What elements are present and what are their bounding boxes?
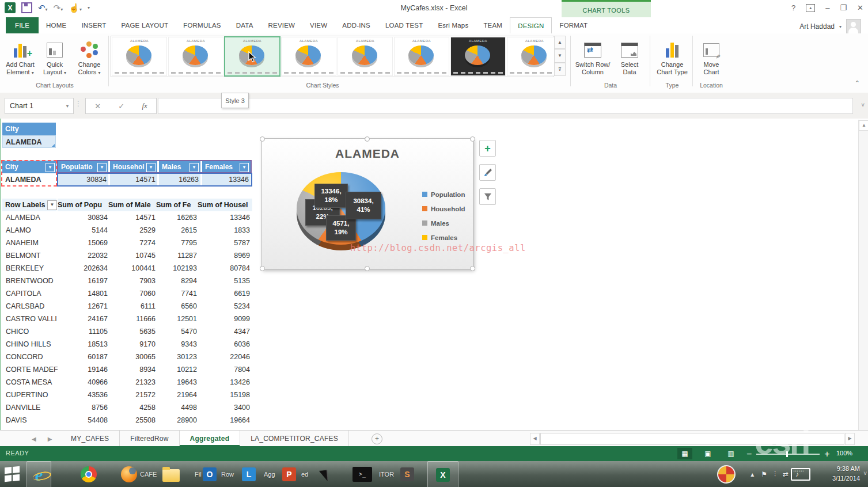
pivot-cell-value[interactable]: 28900 <box>156 414 197 427</box>
change-colors-button[interactable]: Change Colors ▾ <box>73 37 106 89</box>
data-label-females[interactable]: 13346,18% <box>314 184 348 208</box>
pivot-cell-value[interactable]: 15069 <box>58 237 108 249</box>
tab-data[interactable]: DATA <box>229 17 261 33</box>
tab-load-test[interactable]: LOAD TEST <box>378 17 431 33</box>
zoom-slider[interactable] <box>756 454 820 455</box>
pivot-cell-city[interactable]: ALAMEDA <box>1 211 58 224</box>
pivot-row-brentwood[interactable]: BRENTWOOD16197790382945135 <box>1 275 255 287</box>
chart-title[interactable]: ALAMEDA <box>262 147 473 161</box>
pivot-cell-value[interactable]: 202634 <box>58 262 108 275</box>
pivot-cell-value[interactable]: 10745 <box>108 249 156 262</box>
pivot-cell-value[interactable]: 100441 <box>108 262 156 275</box>
pivot-cell-value[interactable]: 4498 <box>156 401 197 414</box>
pivot-cell-value[interactable]: 14571 <box>108 211 156 224</box>
tab-team[interactable]: TEAM <box>476 17 510 33</box>
chart-styles-button[interactable] <box>479 164 496 181</box>
pivot-cell-value[interactable]: 7795 <box>156 237 197 249</box>
pivot-cell-city[interactable]: DANVILLE <box>1 401 58 414</box>
filter-dropdown-icon[interactable]: ▼ <box>46 163 55 172</box>
table-cell-females[interactable]: 13346 <box>202 173 251 186</box>
taskbar-excel-icon[interactable]: X <box>427 461 458 487</box>
pivot-cell-value[interactable]: 4347 <box>197 325 250 338</box>
mixer-icon[interactable]: ⫶ <box>774 470 776 478</box>
pivot-cell-value[interactable]: 24167 <box>58 313 108 325</box>
pivot-row-capitola[interactable]: CAPITOLA14801706077416619 <box>1 287 255 300</box>
pivot-cell-value[interactable]: 16197 <box>58 275 108 287</box>
table-header-males[interactable]: Males▼ <box>159 161 200 173</box>
zoom-thumb[interactable] <box>786 451 788 457</box>
up-arrow-icon[interactable]: ▴ <box>751 470 754 478</box>
zoom-out-icon[interactable]: − <box>746 449 752 459</box>
help-button[interactable]: ? <box>791 3 795 12</box>
resize-handle[interactable] <box>260 136 265 142</box>
table-cell-males[interactable]: 16263 <box>159 173 200 186</box>
pivot-cell-value[interactable]: 40966 <box>58 376 108 389</box>
pivot-cell-value[interactable]: 30834 <box>58 211 108 224</box>
taskbar-ie-icon[interactable]: e <box>26 461 51 487</box>
pivot-cell-value[interactable]: 22046 <box>197 351 250 363</box>
pivot-row-chico[interactable]: CHICO11105563554704347 <box>1 325 255 338</box>
sheet-nav-left-icon[interactable]: ◀ <box>32 436 36 442</box>
chart-style-5[interactable]: ALAMEDA <box>338 37 393 76</box>
zoom-percentage[interactable]: 100% <box>836 450 852 456</box>
enter-icon[interactable]: ✓ <box>118 102 124 111</box>
table-header-females[interactable]: Females▼ <box>202 161 251 173</box>
show-desktop-icon[interactable]: ˅ <box>863 470 867 477</box>
pivot-cell-value[interactable]: 1833 <box>197 224 250 237</box>
pivot-cell-city[interactable]: BERKELEY <box>1 262 58 275</box>
pivot-cell-value[interactable]: 30065 <box>108 351 156 363</box>
change-chart-type-button[interactable]: ChangeChart Type <box>653 37 691 89</box>
normal-view-button[interactable]: ▦ <box>677 448 692 459</box>
cancel-icon[interactable]: ✕ <box>94 102 101 111</box>
pivot-cell-value[interactable]: 3400 <box>197 401 250 414</box>
tab-add-ins[interactable]: ADD-INS <box>335 17 378 33</box>
filter-dropdown-icon[interactable]: ▼ <box>189 163 199 172</box>
network-icon[interactable]: ⇄ <box>783 470 789 478</box>
pivot-row-concord[interactable]: CONCORD60187300653012322046 <box>1 351 255 363</box>
quick-layout-button[interactable]: Quick Layout ▾ <box>38 37 71 89</box>
pivot-cell-value[interactable]: 9099 <box>197 313 250 325</box>
pivot-cell-city[interactable]: ANAHEIM <box>1 237 58 249</box>
taskbar-chrome-icon[interactable] <box>81 461 97 487</box>
pivot-cell-city[interactable]: CORTE MADEF <box>1 363 58 376</box>
sheet-tab-la_competitor_cafes[interactable]: LA_COMPETITOR_CAFES <box>240 431 349 447</box>
pivot-cell-city[interactable]: DAVIS <box>1 414 58 427</box>
tab-file[interactable]: FILE <box>6 17 39 33</box>
table-cell-household[interactable]: 14571 <box>110 173 157 186</box>
tab-esri-maps[interactable]: Esri Maps <box>430 17 476 33</box>
tab-design[interactable]: DESIGN <box>510 17 552 33</box>
pivot-row-davis[interactable]: DAVIS54408255082890019664 <box>1 414 255 427</box>
pivot-cell-value[interactable]: 18513 <box>58 338 108 351</box>
pivot-cell-city[interactable]: CHINO HILLS <box>1 338 58 351</box>
pivot-row-castro-valli[interactable]: CASTRO VALLI2416711666125019099 <box>1 313 255 325</box>
pivot-cell-value[interactable]: 14801 <box>58 287 108 300</box>
pivot-cell-value[interactable]: 21323 <box>108 376 156 389</box>
tab-formulas[interactable]: FORMULAS <box>176 17 229 33</box>
scroll-left-icon[interactable]: ◀ <box>530 433 540 445</box>
pivot-header-household[interactable]: Sum of Housel <box>198 199 252 211</box>
pivot-cell-value[interactable]: 6036 <box>197 338 250 351</box>
table-header-household[interactable]: Househol▼ <box>110 161 157 173</box>
account-area[interactable]: Art Haddad ▾ <box>799 19 861 34</box>
pivot-cell-value[interactable]: 5135 <box>197 275 250 287</box>
table-cell-population[interactable]: 30834 <box>58 173 108 186</box>
pivot-row-danville[interactable]: DANVILLE8756425844983400 <box>1 401 255 414</box>
maximize-button[interactable]: ❐ <box>840 3 847 12</box>
resize-handle[interactable] <box>470 266 475 271</box>
tab-home[interactable]: HOME <box>39 17 74 33</box>
pivot-cell-city[interactable]: COSTA MESA <box>1 376 58 389</box>
resize-handle[interactable] <box>365 136 370 142</box>
tab-review[interactable]: REVIEW <box>261 17 303 33</box>
collapse-ribbon-button[interactable]: ⌃ <box>855 79 860 87</box>
page-break-view-button[interactable]: ▥ <box>723 448 738 459</box>
table-cell-city[interactable]: ALAMEDA <box>2 173 56 186</box>
sheet-tab-filteredrow[interactable]: FilteredRow <box>120 431 179 447</box>
pivot-cell-value[interactable]: 10212 <box>156 363 197 376</box>
sheet-tab-my_cafes[interactable]: MY_CAFES <box>60 431 120 447</box>
pivot-cell-value[interactable]: 30123 <box>156 351 197 363</box>
zoom-in-icon[interactable]: + <box>824 449 829 459</box>
switch-row-column-button[interactable]: Switch Row/Column <box>575 37 611 89</box>
pivot-cell-value[interactable]: 25508 <box>108 414 156 427</box>
pivot-cell-city[interactable]: ALAMO <box>1 224 58 237</box>
sound-icon[interactable]: ♪ <box>795 470 799 478</box>
